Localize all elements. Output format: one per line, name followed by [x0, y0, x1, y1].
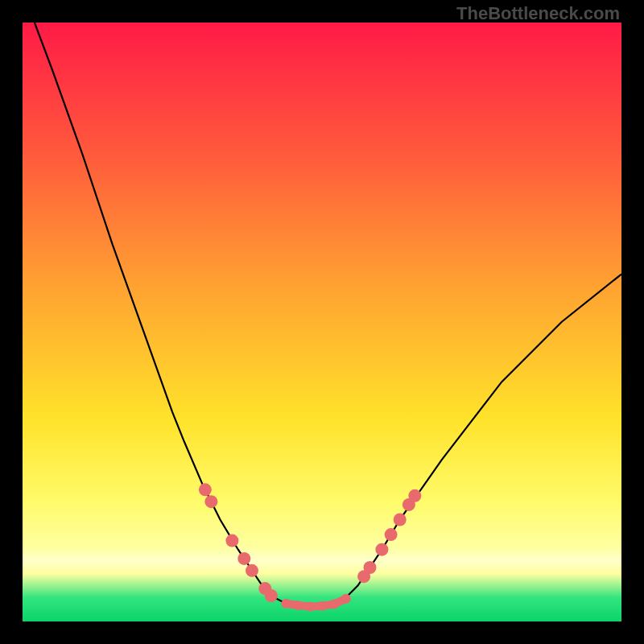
flat-marker-5 — [329, 599, 339, 609]
left-marker-4 — [237, 552, 250, 565]
right-marker-5 — [394, 514, 407, 526]
left-marker-5 — [246, 564, 258, 577]
left-marker-2 — [204, 495, 217, 508]
flat-marker-2 — [293, 601, 303, 610]
right-marker-4 — [385, 528, 398, 541]
flat-marker-6 — [341, 594, 351, 604]
flat-marker-3 — [305, 601, 315, 611]
right-marker-2 — [364, 561, 377, 574]
chart-frame: TheBottleneck.com — [0, 0, 644, 644]
right-marker-7 — [408, 489, 421, 502]
watermark-text: TheBottleneck.com — [456, 3, 620, 24]
curve-layer — [23, 23, 621, 621]
flat-marker-4 — [317, 601, 327, 611]
left-marker-7 — [265, 589, 278, 602]
left-marker-3 — [225, 535, 238, 547]
right-marker-3 — [375, 543, 388, 556]
left-marker-1 — [199, 483, 212, 496]
flat-marker-1 — [281, 599, 291, 609]
plot-area — [23, 23, 621, 621]
bottleneck-curve — [35, 23, 621, 606]
